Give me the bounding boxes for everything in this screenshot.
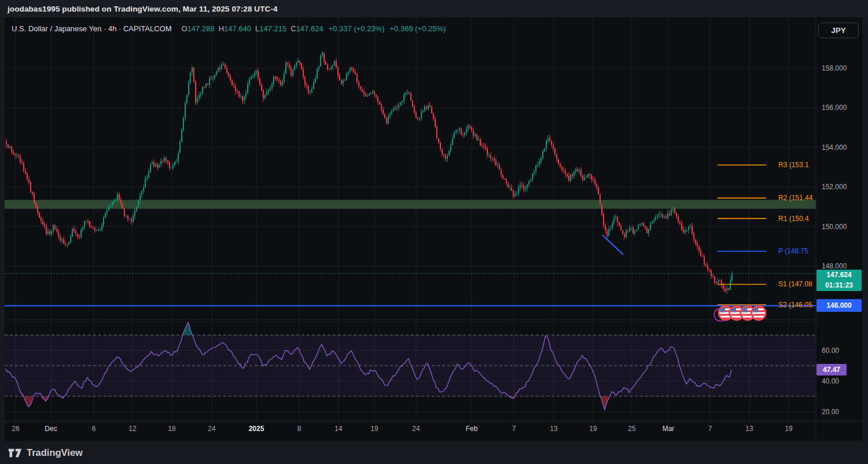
candlestick-series — [6, 51, 733, 293]
time-axis-label: 2025 — [249, 424, 264, 433]
price-axis-label: 156.000 — [822, 103, 847, 112]
tradingview-brand-text[interactable]: TradingView — [27, 447, 83, 458]
low-value: 147.215 — [259, 24, 286, 33]
us-flag-icon[interactable] — [751, 305, 767, 321]
us-flag-markers[interactable] — [714, 305, 767, 322]
open-label: O — [182, 24, 187, 33]
time-axis-label: 19 — [370, 424, 378, 433]
symbol-legend[interactable]: U.S. Dollar / Japanese Yen · 4h · CAPITA… — [12, 23, 446, 34]
rsi-axis-label: 20.00 — [822, 407, 839, 417]
change-absolute: +0.337 (+0.23%) — [329, 24, 385, 33]
footer-bar: TradingView — [0, 441, 868, 464]
pivot-label: R3 (153.1 — [778, 160, 816, 170]
rsi-axis-label: 60.00 — [822, 346, 839, 355]
price-axis-label: 150.000 — [822, 222, 847, 231]
rsi-value-badge: 47.47 — [816, 364, 847, 375]
pivot-label: R2 (151.44 — [778, 193, 816, 202]
attribution-bar: joodabas1995 published on TradingView.co… — [0, 0, 868, 17]
time-axis-label: 19 — [785, 424, 792, 433]
close-value: 147.624 — [296, 24, 323, 33]
time-axis-label: 8 — [297, 424, 301, 433]
price-axis-label: 152.000 — [822, 182, 847, 192]
time-axis-label: 7 — [512, 424, 516, 433]
price-chart[interactable] — [5, 17, 862, 441]
chart-card: U.S. Dollar / Japanese Yen · 4h · CAPITA… — [5, 17, 862, 441]
time-axis-label: Feb — [466, 424, 478, 433]
support-zone-band[interactable] — [5, 200, 816, 208]
last-price-value: 147.624 — [816, 270, 862, 280]
time-axis-label: Mar — [663, 424, 675, 433]
bar-countdown: 01:31:23 — [816, 280, 862, 290]
close-label: C — [290, 24, 296, 33]
tradingview-logo-icon[interactable] — [8, 447, 22, 459]
time-axis-label: 18 — [168, 424, 175, 433]
time-axis-label: 13 — [745, 424, 753, 433]
time-axis-label: 24 — [208, 424, 215, 433]
pivot-label: P (148.75 — [778, 246, 816, 256]
open-value: 147.288 — [187, 24, 215, 33]
pivot-label: S1 (147.08 — [778, 279, 816, 289]
symbol-title: U.S. Dollar / Japanese Yen · 4h · CAPITA… — [12, 24, 172, 33]
currency-button[interactable]: JPY — [818, 23, 859, 38]
last-price-badge: 147.624 01:31:23 — [816, 270, 862, 291]
low-label: L — [255, 24, 259, 33]
time-axis-label: 24 — [412, 424, 420, 433]
price-axis-label: 154.000 — [822, 143, 847, 152]
time-axis-label: 14 — [334, 424, 342, 433]
time-axis-label: 6 — [92, 424, 96, 433]
high-label: H — [219, 24, 224, 33]
trendline[interactable] — [602, 235, 623, 255]
rsi-axis-label: 40.00 — [822, 377, 839, 386]
pivot-level-lines[interactable] — [718, 165, 766, 304]
time-axis-label: 26 — [12, 424, 19, 433]
time-axis-label: Dec — [45, 424, 57, 433]
time-axis-label: 12 — [128, 424, 136, 433]
time-axis-label: 13 — [550, 424, 557, 433]
attribution-text: joodabas1995 published on TradingView.co… — [8, 5, 278, 13]
horizontal-line-badge: 146.000 — [816, 299, 862, 312]
high-value: 147.640 — [224, 24, 251, 33]
time-axis-label: 19 — [589, 424, 597, 433]
change-percent: +0.369 (+0.25%) — [390, 24, 446, 33]
pivot-label: S2 (146.05 — [778, 300, 816, 310]
pivot-label: R1 (150.4 — [778, 214, 816, 223]
price-axis-label: 158.000 — [822, 64, 847, 73]
time-axis-label: 25 — [628, 424, 635, 433]
time-axis-label: 7 — [708, 424, 712, 433]
